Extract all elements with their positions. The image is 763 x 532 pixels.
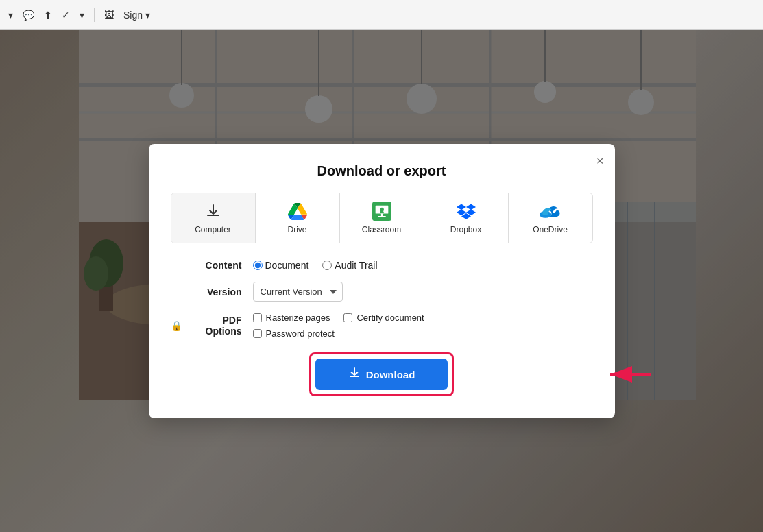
content-audit-radio[interactable] (322, 261, 332, 270)
download-export-modal: × Download or export Computer (149, 144, 615, 418)
tab-onedrive[interactable]: OneDrive (509, 193, 592, 243)
toolbar-upload-icon[interactable]: ⬆ (44, 10, 52, 21)
certify-option[interactable]: Certify document (343, 313, 424, 323)
tab-computer-label: Computer (195, 225, 231, 234)
content-row: Content Document Audit Trail (171, 260, 593, 271)
pdf-label-cell: 🔒 PDF Options (171, 315, 253, 337)
download-button-label: Download (366, 369, 415, 380)
classroom-icon (372, 202, 391, 221)
download-button-icon (348, 367, 361, 382)
download-button-wrapper: Download (309, 352, 455, 396)
tab-dropbox-label: Dropbox (450, 225, 481, 234)
content-audit-label: Audit Trail (335, 260, 377, 271)
content-document-option[interactable]: Document (253, 260, 309, 271)
version-label: Version (171, 287, 253, 298)
tab-computer[interactable]: Computer (171, 193, 256, 243)
toolbar: ▾ 💬 ⬆ ✓ ▾ 🖼 Sign ▾ (0, 0, 763, 30)
modal-backdrop: × Download or export Computer (0, 30, 763, 532)
toolbar-comment-icon[interactable]: 💬 (23, 10, 34, 21)
svg-rect-32 (380, 214, 382, 217)
tab-onedrive-label: OneDrive (533, 225, 568, 234)
toolbar-check-icon[interactable]: ✓ (62, 10, 70, 21)
download-button[interactable]: Download (315, 359, 448, 390)
content-document-label: Document (265, 260, 309, 271)
sign-button[interactable]: Sign ▾ (123, 10, 150, 21)
toolbar-icon-1[interactable]: ▾ (8, 10, 13, 21)
modal-title: Download or export (171, 163, 593, 179)
tab-drive-label: Drive (287, 225, 306, 234)
export-tab-row: Computer Drive (171, 193, 593, 243)
rasterize-checkbox[interactable] (253, 313, 262, 322)
content-options: Document Audit Trail (253, 260, 378, 271)
pdf-options-row: 🔒 PDF Options Rasterize pages Certify do… (171, 313, 593, 339)
tab-dropbox[interactable]: Dropbox (424, 193, 509, 243)
tab-classroom[interactable]: Classroom (340, 193, 424, 243)
version-select[interactable]: Current Version (253, 282, 343, 302)
tab-drive[interactable]: Drive (256, 193, 340, 243)
lock-icon: 🔒 (171, 320, 182, 331)
tab-classroom-label: Classroom (362, 225, 401, 234)
content-label: Content (171, 260, 253, 271)
certify-label: Certify document (356, 313, 424, 323)
svg-rect-33 (378, 216, 386, 217)
pdf-options-content: Rasterize pages Certify document Passwor… (253, 313, 424, 339)
download-button-area: Download (171, 352, 593, 396)
certify-checkbox[interactable] (343, 313, 352, 322)
password-checkbox[interactable] (253, 329, 262, 338)
pdf-checkbox-row-1: Rasterize pages Certify document (253, 313, 424, 323)
toolbar-check-dropdown-icon[interactable]: ▾ (80, 10, 84, 21)
onedrive-icon (540, 202, 561, 221)
rasterize-option[interactable]: Rasterize pages (253, 313, 330, 323)
toolbar-image-icon[interactable]: 🖼 (104, 10, 114, 21)
password-label: Password protect (266, 328, 335, 339)
toolbar-separator (94, 8, 95, 22)
dropbox-icon (457, 202, 476, 221)
pdf-checkbox-row-2: Password protect (253, 328, 424, 339)
rasterize-label: Rasterize pages (266, 313, 330, 323)
close-button[interactable]: × (596, 155, 604, 167)
version-content: Current Version (253, 282, 343, 302)
content-audit-option[interactable]: Audit Trail (322, 260, 377, 271)
drive-icon (288, 202, 307, 221)
background-area: × Download or export Computer (0, 30, 763, 532)
password-option[interactable]: Password protect (253, 328, 335, 339)
arrow-annotation (600, 361, 655, 388)
version-row: Version Current Version (171, 282, 593, 302)
pdf-options-label: PDF Options (185, 315, 242, 337)
content-document-radio[interactable] (253, 261, 263, 270)
computer-download-icon (204, 202, 222, 221)
